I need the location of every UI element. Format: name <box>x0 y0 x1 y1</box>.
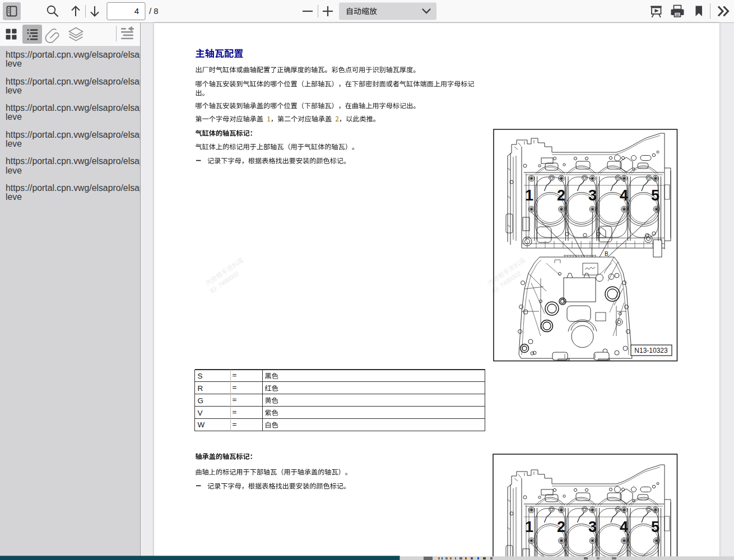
svg-text:S: S <box>198 372 203 380</box>
svg-text:=: = <box>233 395 237 404</box>
svg-text:V: V <box>198 409 203 417</box>
svg-text:=: = <box>233 420 237 428</box>
svg-text:=: = <box>233 383 237 391</box>
svg-text:=: = <box>233 371 237 379</box>
svg-text:1: 1 <box>525 187 533 204</box>
svg-text:=: = <box>233 408 237 416</box>
svg-text:2: 2 <box>557 187 565 204</box>
svg-text:ID: 7496002: ID: 7496002 <box>490 270 522 295</box>
svg-text:G: G <box>198 396 204 405</box>
svg-text:3: 3 <box>588 187 597 204</box>
svg-text:R: R <box>198 384 203 393</box>
svg-text:5: 5 <box>651 187 659 204</box>
svg-text:ID: 7496002: ID: 7496002 <box>208 270 240 295</box>
svg-text:B: B <box>605 251 608 257</box>
svg-text:N13-10323: N13-10323 <box>634 347 668 354</box>
svg-text:/ 8: / 8 <box>149 6 159 16</box>
svg-text:W: W <box>198 421 205 429</box>
svg-text:4: 4 <box>620 187 628 204</box>
svg-text:4: 4 <box>134 6 139 16</box>
